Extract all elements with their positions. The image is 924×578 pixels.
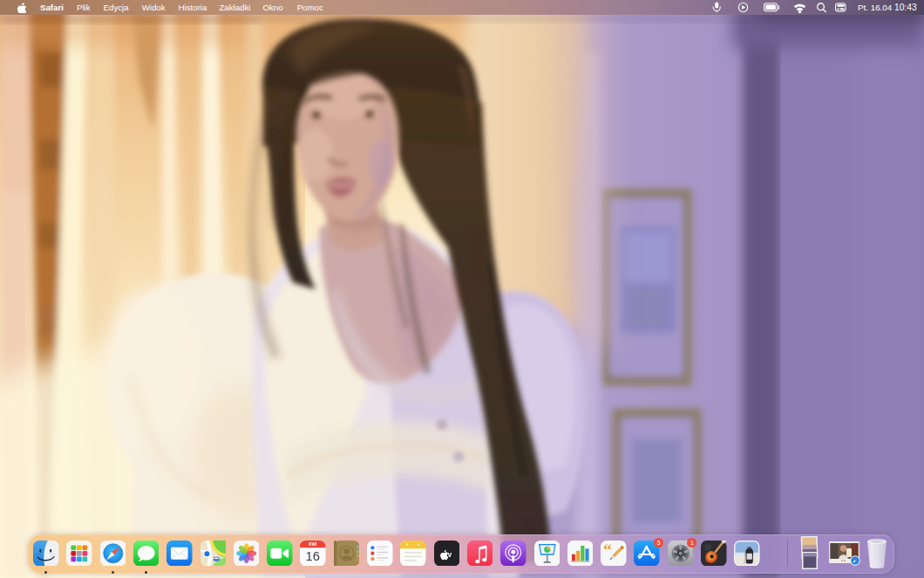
svg-text:16: 16 [306, 549, 320, 563]
svg-text:10:43: 10:43 [894, 3, 917, 12]
svg-text:tv: tv [445, 549, 452, 558]
svg-text:“: “ [603, 541, 612, 559]
svg-text:Pt. 16.04: Pt. 16.04 [858, 3, 893, 12]
svg-text:KWI: KWI [309, 542, 317, 547]
